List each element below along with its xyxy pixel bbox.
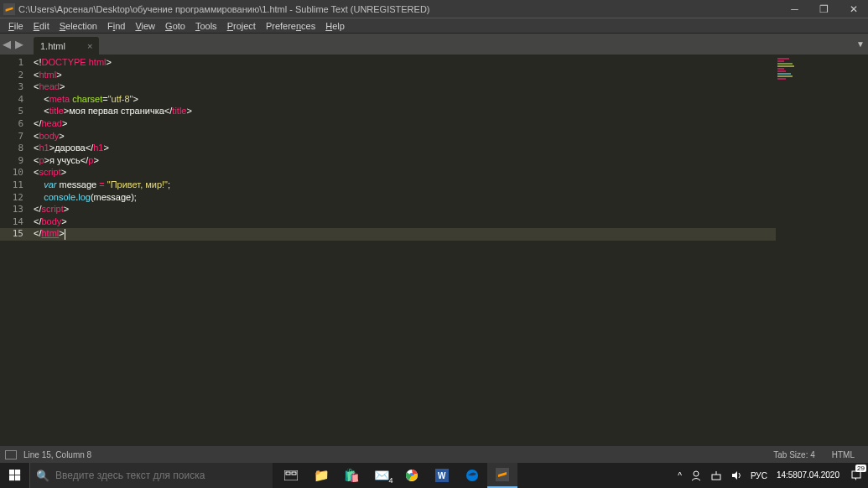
menubar: File Edit Selection Find View Goto Tools… bbox=[0, 18, 868, 34]
line-number: 6 bbox=[0, 118, 34, 131]
tray-volume-icon[interactable] bbox=[726, 463, 746, 488]
svg-rect-17 bbox=[852, 471, 860, 478]
line-number: 9 bbox=[0, 155, 34, 168]
menu-goto[interactable]: Goto bbox=[160, 21, 190, 31]
tray-chevron-icon[interactable]: ^ bbox=[673, 463, 686, 488]
tray-notifications-icon[interactable]: 29 bbox=[845, 463, 868, 488]
panel-switch-icon[interactable] bbox=[5, 450, 17, 459]
line-number: 11 bbox=[0, 179, 34, 192]
minimap-preview bbox=[777, 58, 796, 81]
windows-taskbar: 🔍 📁 🛍️ ✉️4 W ^ РУС 14:58 07.04.2020 29 bbox=[0, 463, 868, 488]
mail-icon[interactable]: ✉️4 bbox=[366, 463, 397, 488]
line-number: 1 bbox=[0, 57, 34, 70]
edge-icon[interactable] bbox=[457, 463, 487, 488]
menu-tools[interactable]: Tools bbox=[190, 21, 222, 31]
svg-rect-4 bbox=[15, 475, 20, 480]
editor[interactable]: 1 2 3 4 5 6 7 8 9 10 11 12 13 14 15 <!DO… bbox=[0, 55, 868, 446]
nav-forward-icon[interactable]: ▶ bbox=[13, 38, 25, 50]
svg-text:W: W bbox=[438, 471, 446, 480]
chrome-icon[interactable] bbox=[397, 463, 427, 488]
system-tray: ^ РУС 14:58 07.04.2020 29 bbox=[673, 463, 868, 488]
menu-project[interactable]: Project bbox=[222, 21, 261, 31]
minimize-button[interactable]: ─ bbox=[780, 0, 809, 18]
tray-network-icon[interactable] bbox=[706, 463, 726, 488]
status-tabsize[interactable]: Tab Size: 4 bbox=[765, 450, 823, 459]
maximize-button[interactable]: ❐ bbox=[809, 0, 839, 18]
sublime-icon bbox=[3, 3, 15, 15]
tab-file[interactable]: 1.html × bbox=[34, 37, 99, 55]
line-number: 8 bbox=[0, 143, 34, 155]
line-number: 12 bbox=[0, 192, 34, 205]
tab-row: ◀ ▶ 1.html × ▼ bbox=[0, 34, 868, 55]
menu-selection[interactable]: Selection bbox=[55, 21, 102, 31]
svg-rect-2 bbox=[15, 470, 20, 475]
tab-dropdown-icon[interactable]: ▼ bbox=[853, 39, 868, 49]
task-view-icon[interactable] bbox=[276, 463, 306, 488]
tab-close-icon[interactable]: × bbox=[87, 41, 92, 51]
gutter: 1 2 3 4 5 6 7 8 9 10 11 12 13 14 15 bbox=[0, 55, 34, 446]
menu-edit[interactable]: Edit bbox=[29, 21, 55, 31]
store-icon[interactable]: 🛍️ bbox=[336, 463, 366, 488]
tray-language[interactable]: РУС bbox=[746, 463, 772, 488]
tray-date: 07.04.2020 bbox=[798, 470, 839, 480]
search-input[interactable] bbox=[55, 470, 273, 481]
window-titlebar: C:\Users\Арсенал\Desktop\обучение програ… bbox=[0, 0, 868, 18]
menu-view[interactable]: View bbox=[130, 21, 160, 31]
text-cursor bbox=[65, 229, 65, 240]
tray-clock[interactable]: 14:58 07.04.2020 bbox=[772, 463, 845, 488]
taskbar-search[interactable]: 🔍 bbox=[29, 463, 273, 488]
search-icon: 🔍 bbox=[30, 470, 55, 482]
line-number: 14 bbox=[0, 216, 34, 229]
svg-rect-7 bbox=[292, 472, 296, 475]
file-explorer-icon[interactable]: 📁 bbox=[306, 463, 336, 488]
status-syntax[interactable]: HTML bbox=[824, 450, 863, 459]
svg-rect-3 bbox=[9, 475, 14, 480]
menu-find[interactable]: Find bbox=[102, 21, 130, 31]
nav-back-icon[interactable]: ◀ bbox=[0, 38, 13, 50]
svg-rect-15 bbox=[712, 475, 720, 480]
minimap[interactable] bbox=[776, 55, 868, 446]
line-number: 2 bbox=[0, 70, 34, 82]
status-position[interactable]: Line 15, Column 8 bbox=[23, 450, 91, 459]
tray-people-icon[interactable] bbox=[686, 463, 706, 488]
line-number: 15 bbox=[0, 228, 34, 241]
close-button[interactable]: ✕ bbox=[839, 0, 868, 18]
window-title: C:\Users\Арсенал\Desktop\обучение програ… bbox=[18, 4, 780, 14]
tray-time: 14:58 bbox=[777, 470, 798, 480]
code-area[interactable]: <!DOCTYPE html> <html> <head> <meta char… bbox=[34, 55, 776, 446]
line-number: 5 bbox=[0, 106, 34, 118]
menu-file[interactable]: File bbox=[3, 21, 29, 31]
windows-icon bbox=[9, 470, 21, 481]
tab-label: 1.html bbox=[40, 41, 65, 51]
line-number: 13 bbox=[0, 204, 34, 216]
statusbar: Line 15, Column 8 Tab Size: 4 HTML bbox=[0, 446, 868, 463]
sublime-taskbar-icon[interactable] bbox=[487, 463, 517, 488]
menu-help[interactable]: Help bbox=[320, 21, 350, 31]
word-icon[interactable]: W bbox=[427, 463, 457, 488]
line-number: 4 bbox=[0, 94, 34, 106]
svg-rect-1 bbox=[9, 470, 14, 475]
line-number: 7 bbox=[0, 131, 34, 143]
notification-badge: 29 bbox=[855, 465, 866, 472]
menu-preferences[interactable]: Preferences bbox=[261, 21, 320, 31]
svg-rect-6 bbox=[286, 472, 290, 475]
line-number: 10 bbox=[0, 167, 34, 179]
start-button[interactable] bbox=[0, 463, 29, 488]
line-number: 3 bbox=[0, 81, 34, 94]
svg-point-14 bbox=[694, 471, 699, 476]
